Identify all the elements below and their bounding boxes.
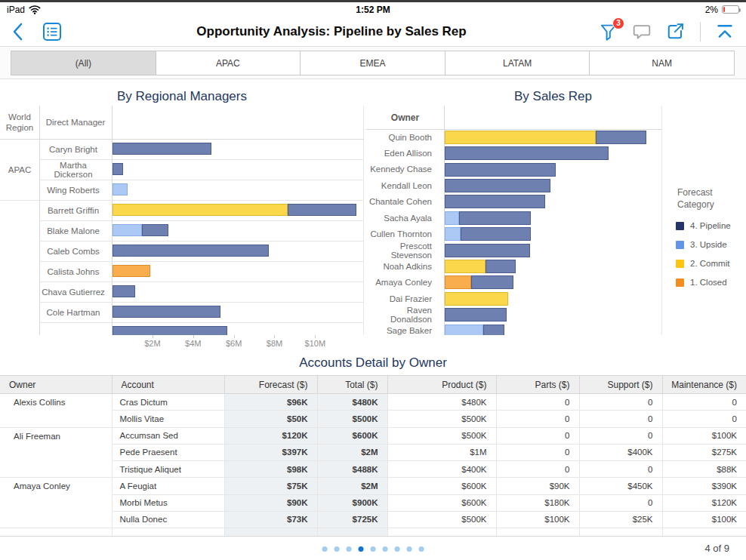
bar-segment[interactable] — [288, 204, 357, 216]
bar-segment[interactable] — [486, 260, 516, 273]
row-label[interactable]: Kendall Leon — [366, 177, 438, 193]
row-label[interactable]: Dai Frazier — [366, 291, 438, 306]
comment-button[interactable] — [633, 23, 651, 40]
bar-segment[interactable] — [471, 275, 513, 289]
bar-row-barrett-griffin[interactable] — [113, 204, 356, 216]
bar-segment[interactable] — [113, 224, 142, 236]
column-header-world-region[interactable]: World Region — [0, 106, 39, 139]
table-row[interactable]: Amaya ConleyA Feugiat$75K$2M$600K$90K$45… — [0, 478, 746, 494]
bar-segment[interactable] — [445, 308, 507, 322]
bar-segment[interactable] — [459, 211, 532, 225]
table-row[interactable] — [0, 528, 746, 537]
bar-segment[interactable] — [445, 179, 550, 192]
collapse-button[interactable] — [716, 23, 734, 40]
row-label[interactable]: Noah Adkins — [366, 258, 438, 274]
page-dot-2[interactable] — [334, 546, 340, 552]
column-header-direct-manager[interactable]: Direct Manager — [39, 106, 112, 139]
bar-row-dai-frazier[interactable] — [445, 292, 508, 306]
row-label[interactable]: Quin Booth — [366, 129, 438, 145]
page-dot-3[interactable] — [347, 546, 352, 552]
bar-segment[interactable] — [113, 163, 123, 175]
col-header-total[interactable]: Total ($) — [317, 376, 387, 394]
bar-segment[interactable] — [445, 260, 486, 273]
row-label[interactable]: Martha Dickerson — [39, 159, 107, 180]
table-row[interactable]: Alexis CollinsCras Dictum$96K$480K$480K0… — [0, 394, 746, 411]
page-dot-7[interactable] — [395, 546, 400, 552]
bar-row-wing-roberts[interactable] — [113, 183, 128, 195]
bar-row-raven-donaldson[interactable] — [445, 308, 507, 322]
bar-segment[interactable] — [445, 163, 556, 177]
row-label[interactable]: Sage Baker — [366, 323, 438, 335]
region-tab-all[interactable]: (All) — [11, 51, 156, 75]
bar-segment[interactable] — [445, 146, 609, 160]
back-button[interactable] — [12, 23, 23, 41]
row-label[interactable]: Blake Malone — [39, 220, 107, 241]
bar-segment[interactable] — [445, 292, 508, 306]
table-row[interactable]: Ali FreemanAccumsan Sed$120K$600K$500K00… — [0, 427, 746, 444]
region-tab-nam[interactable]: NAM — [590, 51, 735, 75]
bar-row-cullen-thornton[interactable] — [445, 227, 531, 241]
bar-segment[interactable] — [445, 131, 596, 144]
col-header-account[interactable]: Account — [112, 376, 224, 394]
col-header-forecast[interactable]: Forecast ($) — [224, 376, 317, 394]
legend-item-pipeline[interactable]: 4. Pipeline — [676, 221, 731, 230]
row-label[interactable]: Kennedy Chase — [366, 162, 438, 177]
table-row[interactable]: Nulla Donec$73K$725K$500K$100K$25K$100K — [0, 511, 746, 528]
row-label[interactable]: Eden Allison — [366, 145, 438, 161]
views-list-button[interactable] — [42, 22, 62, 42]
bar-row-martha-dickerson[interactable] — [113, 163, 123, 175]
bar-row-cole-hartman[interactable] — [113, 306, 220, 318]
bar-segment[interactable] — [445, 211, 459, 225]
col-header-parts[interactable]: Parts ($) — [496, 376, 579, 394]
page-dot-9[interactable] — [419, 546, 424, 552]
row-label[interactable]: Chava Gutierrez — [39, 282, 107, 302]
region-tab-emea[interactable]: EMEA — [301, 51, 445, 75]
region-tab-apac[interactable]: APAC — [156, 51, 301, 75]
bar-row-blake-malone[interactable] — [113, 224, 168, 236]
row-label[interactable]: Caryn Bright — [39, 139, 107, 159]
column-header-owner[interactable]: Owner — [366, 106, 444, 129]
bar-segment[interactable] — [113, 143, 211, 155]
bar-segment[interactable] — [445, 275, 471, 289]
bar-segment[interactable] — [596, 131, 646, 144]
bar-row-sage-baker[interactable] — [445, 325, 504, 336]
bar-row-prescott-stevenson[interactable] — [445, 244, 530, 257]
legend-item-commit[interactable]: 2. Commit — [676, 259, 729, 268]
bar-segment[interactable] — [483, 325, 504, 336]
table-row[interactable]: Tristique Aliquet$98K$488K$400K00$88K — [0, 461, 746, 478]
row-label[interactable]: Barrett Griffin — [39, 200, 107, 220]
table-row[interactable]: Pede Praesent$397K$2M$1M0$400K$275K — [0, 444, 746, 460]
bar-row-eden-allison[interactable] — [445, 146, 609, 160]
row-label[interactable]: Cole Hartman — [39, 302, 107, 322]
bar-segment[interactable] — [113, 245, 269, 257]
row-label[interactable]: Amaya Conley — [366, 275, 438, 291]
bar-row-quin-booth[interactable] — [445, 131, 646, 144]
bar-row-caleb-combs[interactable] — [113, 245, 269, 257]
bar-row-noah-adkins[interactable] — [445, 260, 516, 273]
row-label[interactable]: Sacha Ayala — [366, 210, 438, 226]
bar-segment[interactable] — [113, 183, 128, 195]
page-dot-6[interactable] — [383, 546, 388, 552]
bar-segment[interactable] — [113, 265, 150, 277]
page-dot-1[interactable] — [322, 546, 328, 552]
filter-button[interactable]: 3 — [600, 23, 618, 41]
bar-row-calista-johns[interactable] — [113, 265, 150, 277]
bar-row-amaya-conley[interactable] — [445, 275, 513, 289]
row-label[interactable]: Prescott Stevenson — [366, 242, 438, 258]
row-label[interactable]: Caleb Combs — [39, 241, 107, 261]
row-label[interactable]: Cullen Thornton — [366, 226, 438, 242]
page-dot-8[interactable] — [407, 546, 412, 552]
legend-item-closed[interactable]: 1. Closed — [676, 278, 727, 287]
bar-row-chava-gutierrez[interactable] — [113, 285, 135, 297]
page-dot-4[interactable] — [359, 546, 364, 552]
table-row[interactable]: Morbi Metus$90K$900K$600K$180K0$120K — [0, 494, 746, 511]
bar-segment[interactable] — [113, 326, 227, 335]
row-label[interactable]: Chantale Cohen — [366, 194, 438, 210]
bar-row-sacha-ayala[interactable] — [445, 211, 531, 225]
region-label-apac[interactable]: APAC — [0, 139, 39, 200]
legend-item-upside[interactable]: 3. Upside — [676, 240, 727, 249]
bar-row-caryn-bright[interactable] — [113, 143, 211, 155]
row-label[interactable]: Raven Donaldson — [366, 306, 438, 322]
bar-segment[interactable] — [445, 244, 530, 257]
col-header-support[interactable]: Support ($) — [579, 376, 662, 394]
